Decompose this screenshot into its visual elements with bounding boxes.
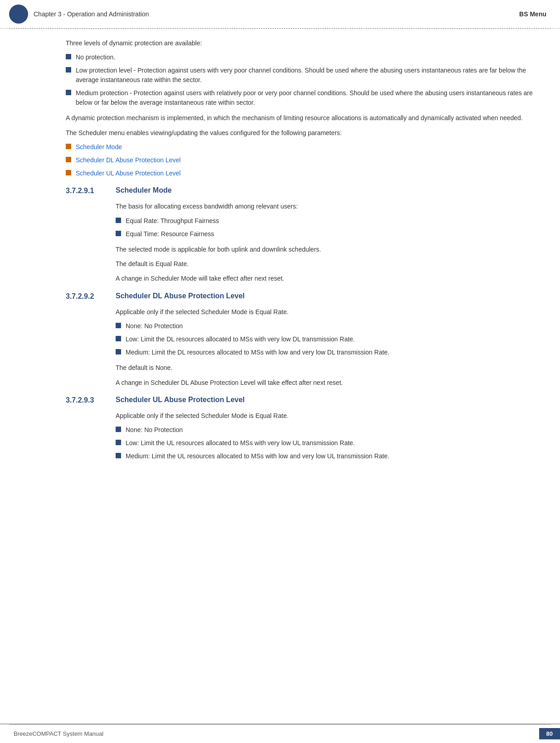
section3793-desc: Applicable only if the selected Schedule…	[116, 411, 533, 421]
bullet-icon	[66, 157, 71, 162]
section3791-text1: The selected mode is applicable for both…	[116, 244, 533, 254]
bullet-icon	[116, 323, 121, 328]
section-title-3793: Scheduler UL Abuse Protection Level	[116, 396, 245, 404]
section3792-text1: The default is None.	[116, 363, 533, 373]
bullet-icon	[66, 54, 71, 59]
list-item: Equal Rate: Throughput Fairness	[116, 216, 533, 226]
section-label: BS Menu	[519, 10, 546, 18]
list-item: Medium: Limit the DL resources allocated…	[116, 348, 533, 357]
intro-text2: A dynamic protection mechanism is implem…	[66, 113, 533, 123]
bullet-text: Medium: Limit the DL resources allocated…	[126, 348, 390, 357]
section-number-3791: 3.7.2.9.1	[66, 186, 116, 195]
section3791-text2: The default is Equal Rate.	[116, 259, 533, 269]
bullet-text: Equal Rate: Throughput Fairness	[126, 216, 219, 226]
list-item: Scheduler Mode	[66, 142, 533, 152]
bullet-icon	[116, 218, 121, 223]
intro-bullet-list: No protection. Low protection level - Pr…	[66, 53, 533, 107]
intro-text1: Three levels of dynamic protection are a…	[66, 38, 533, 48]
section-title-3791: Scheduler Mode	[116, 186, 172, 194]
bullet-text: Equal Time: Resource Fairness	[126, 229, 214, 239]
header-left: Chapter 3 - Operation and Administration	[9, 5, 149, 24]
bullet-icon	[66, 67, 71, 73]
bullet-text: Medium: Limit the UL resources allocated…	[126, 452, 390, 461]
list-item: None: No Protection	[116, 321, 533, 331]
bullet-icon	[116, 427, 121, 432]
bullet-icon	[66, 90, 71, 95]
bullet-text: None: No Protection	[126, 425, 183, 435]
bullet-icon	[66, 170, 71, 175]
list-item: No protection.	[66, 53, 533, 62]
bullet-text: None: No Protection	[126, 321, 183, 331]
list-item: Medium protection - Protection against u…	[66, 88, 533, 107]
list-item: Low protection level - Protection agains…	[66, 66, 533, 85]
bullet-text: No protection.	[76, 53, 115, 62]
bullet-text: Low: Limit the DL resources allocated to…	[126, 335, 355, 344]
section3793-bullets: None: No Protection Low: Limit the UL re…	[116, 425, 533, 461]
section3792-text2: A change in Scheduler DL Abuse Protectio…	[116, 378, 533, 388]
list-item: Scheduler UL Abuse Protection Level	[66, 169, 533, 178]
bullet-icon	[116, 231, 121, 236]
link-scheduler-ul[interactable]: Scheduler UL Abuse Protection Level	[76, 169, 180, 178]
bullet-icon	[66, 144, 71, 149]
section-3792-content: Applicable only if the selected Schedule…	[116, 307, 533, 388]
section3791-desc: The basis for allocating excess bandwidt…	[116, 201, 533, 211]
section-3792: 3.7.2.9.2 Scheduler DL Abuse Protection …	[66, 292, 533, 301]
link-scheduler-mode[interactable]: Scheduler Mode	[76, 142, 122, 152]
page-header: Chapter 3 - Operation and Administration…	[0, 0, 560, 29]
bullet-text: Medium protection - Protection against u…	[76, 88, 533, 107]
list-item: Low: Limit the DL resources allocated to…	[116, 335, 533, 344]
footer-page-number: 80	[539, 728, 560, 739]
chapter-title: Chapter 3 - Operation and Administration	[34, 10, 149, 18]
section-number-3792: 3.7.2.9.2	[66, 292, 116, 301]
section3791-text3: A change in Scheduler Mode will take eff…	[116, 273, 533, 283]
page-footer: BreezeCOMPACT System Manual 80	[0, 724, 560, 743]
links-list: Scheduler Mode Scheduler DL Abuse Protec…	[66, 142, 533, 178]
section3791-bullets: Equal Rate: Throughput Fairness Equal Ti…	[116, 216, 533, 239]
list-item: Equal Time: Resource Fairness	[116, 229, 533, 239]
list-item: Low: Limit the UL resources allocated to…	[116, 438, 533, 448]
main-content: Three levels of dynamic protection are a…	[0, 29, 560, 476]
bullet-icon	[116, 440, 121, 445]
chapter-icon	[9, 5, 28, 24]
list-item: Scheduler DL Abuse Protection Level	[66, 155, 533, 165]
section-3793-content: Applicable only if the selected Schedule…	[116, 411, 533, 461]
section-3791: 3.7.2.9.1 Scheduler Mode	[66, 186, 533, 195]
section3792-desc: Applicable only if the selected Schedule…	[116, 307, 533, 317]
section-3791-content: The basis for allocating excess bandwidt…	[116, 201, 533, 284]
section-3793: 3.7.2.9.3 Scheduler UL Abuse Protection …	[66, 396, 533, 404]
bullet-icon	[116, 349, 121, 355]
section3792-bullets: None: No Protection Low: Limit the DL re…	[116, 321, 533, 357]
bullet-icon	[116, 336, 121, 341]
section-title-3792: Scheduler DL Abuse Protection Level	[116, 292, 245, 300]
intro-text3: The Scheduler menu enables viewing/updat…	[66, 128, 533, 138]
link-scheduler-dl[interactable]: Scheduler DL Abuse Protection Level	[76, 155, 180, 165]
list-item: Medium: Limit the UL resources allocated…	[116, 452, 533, 461]
bullet-text: Low: Limit the UL resources allocated to…	[126, 438, 355, 448]
section-number-3793: 3.7.2.9.3	[66, 396, 116, 404]
bullet-text: Low protection level - Protection agains…	[76, 66, 533, 85]
bullet-icon	[116, 453, 121, 458]
list-item: None: No Protection	[116, 425, 533, 435]
footer-brand: BreezeCOMPACT System Manual	[0, 730, 103, 737]
